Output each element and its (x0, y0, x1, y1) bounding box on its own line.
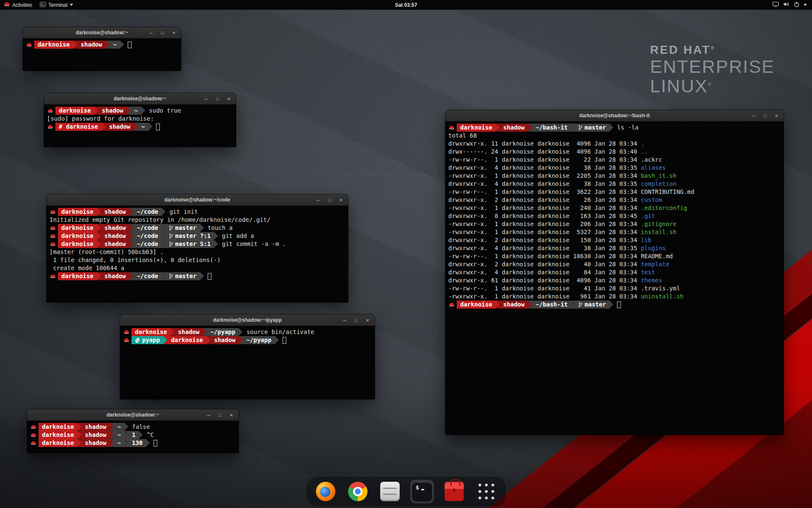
prompt-segment-user: darknoise (58, 272, 97, 280)
window-minimize-button[interactable]: – (315, 197, 321, 203)
prompt-segment-user: darknoise (38, 431, 77, 439)
window-titlebar[interactable]: darknoise@shadow:~/code–□× (47, 194, 348, 206)
window-controls: –□× (342, 315, 370, 326)
terminal-body[interactable]: darknoiseshadow~ falsedarknoiseshadow~1 … (27, 421, 239, 453)
powerline-arrow-icon (200, 272, 204, 280)
powerline-arrow-icon (146, 439, 150, 447)
terminal-line: total 68 (448, 132, 781, 140)
terminal-text: plugins (641, 244, 666, 252)
firefox-dock-icon[interactable] (314, 480, 337, 503)
activities-label: Activities (12, 2, 32, 8)
terminal-body[interactable]: darknoiseshadow~/code git initInitialize… (47, 206, 348, 302)
window-close-button[interactable]: × (774, 113, 779, 119)
terminal-window-home-2[interactable]: darknoise@shadow:~–□×darknoiseshadow~ fa… (27, 409, 239, 453)
files-icon (380, 482, 400, 501)
terminal-text: template (641, 260, 669, 268)
powerline-arrow-icon (239, 336, 243, 344)
window-titlebar[interactable]: darknoise@shadow:~–□× (44, 93, 236, 105)
powerline-separator-icon (162, 224, 166, 232)
prompt-segment-path: ~/code (133, 232, 162, 240)
terminal-body[interactable]: darknoiseshadow~ (23, 39, 181, 71)
terminal-text: drwxrwxr-x. 8 darknoise darknoise 163 Ja… (448, 212, 641, 220)
terminal-body[interactable]: darknoiseshadow~/bash-itmaster ls -latot… (445, 121, 784, 435)
powerline-arrow-icon (97, 272, 101, 280)
powerline-arrow-icon (97, 232, 101, 240)
terminal-line: darknoiseshadow~/codemaster ?:1 git add … (49, 232, 345, 240)
window-minimize-button[interactable]: – (751, 113, 757, 119)
powerline-separator-icon (162, 240, 166, 248)
terminal-line: Initialized empty Git repository in /hom… (49, 216, 345, 224)
window-close-button[interactable]: × (228, 412, 234, 418)
powerline-separator-icon (162, 232, 166, 240)
prompt-segment-user: darknoise (132, 328, 170, 336)
window-maximize-button[interactable]: □ (326, 198, 332, 202)
terminal-line: darknoiseshadow~/codemaster touch a (49, 224, 345, 232)
window-maximize-button[interactable]: □ (353, 318, 359, 323)
prompt-segment-path: ~/pyapp (207, 328, 239, 336)
window-close-button[interactable]: × (171, 30, 177, 36)
terminal-text: drwxrwxr-x. 2 darknoise darknoise 40 Jan… (448, 260, 641, 268)
powerline-arrow-icon (120, 41, 124, 49)
activities-button[interactable]: Activities (0, 0, 36, 10)
prompt-segment-user: darknoise (457, 301, 496, 309)
window-titlebar[interactable]: darknoise@shadow:~–□× (23, 27, 181, 39)
terminal-line: darknoiseshadow~/codemaster (49, 272, 345, 280)
window-close-button[interactable]: × (338, 197, 344, 203)
powerline-arrow-icon (528, 124, 532, 132)
window-minimize-button[interactable]: – (342, 318, 348, 323)
window-controls: –□× (751, 110, 779, 121)
window-titlebar[interactable]: darknoise@shadow:~–□× (27, 409, 239, 421)
powerline-separator-icon (124, 431, 129, 439)
window-maximize-button[interactable]: □ (217, 413, 223, 417)
powerline-arrow-icon (129, 224, 133, 232)
terminal-dock-icon[interactable]: $ (410, 480, 434, 503)
app-grid-dock-icon[interactable] (475, 480, 498, 503)
terminal-text: .editorconfig (641, 204, 687, 212)
window-maximize-button[interactable]: □ (762, 113, 768, 118)
terminal-window-bash-it[interactable]: darknoise@shadow:~/bash-it–□×darknoisesh… (445, 110, 784, 435)
window-titlebar[interactable]: darknoise@shadow:~/bash-it–□× (445, 110, 784, 121)
prompt-segment-code: 1 (129, 431, 139, 439)
toolbox-dock-icon[interactable] (442, 480, 466, 503)
terminal-text: git add a (218, 232, 254, 240)
window-close-button[interactable]: × (365, 318, 370, 323)
terminal-text: [sudo] password for darknoise: (47, 115, 157, 123)
prompt-segment-branch: master ?:1 (166, 232, 214, 240)
window-minimize-button[interactable]: – (148, 30, 154, 36)
prompt-segment-host: shadow (101, 240, 129, 248)
powerline-arrow-icon (609, 301, 614, 309)
terminal-body[interactable]: darknoiseshadow~ sudo true[sudo] passwor… (44, 105, 236, 147)
prompt-segment-path: ~/code (133, 208, 162, 216)
prompt-segment-path: ~ (110, 41, 120, 49)
window-close-button[interactable]: × (226, 96, 232, 102)
window-minimize-button[interactable]: – (203, 96, 209, 102)
redhat-prompt-icon (30, 439, 36, 447)
clock-button[interactable]: Sat 03:57 (391, 0, 422, 10)
powerline-arrow-icon (609, 124, 614, 132)
terminal-window-sudo[interactable]: darknoise@shadow:~–□×darknoiseshadow~ su… (44, 93, 236, 147)
powerline-arrow-icon (496, 301, 500, 309)
files-dock-icon[interactable] (378, 480, 402, 503)
terminal-window-pyapp[interactable]: darknoise@shadow:~/pyapp–□×darknoiseshad… (120, 315, 375, 399)
terminal-cursor (283, 337, 286, 344)
terminal-window-code[interactable]: darknoise@shadow:~/code–□×darknoiseshado… (47, 194, 348, 302)
prompt-segment-path: ~/bash-it (532, 301, 571, 309)
terminal-text: drwxrwxr-x. 2 darknoise darknoise 26 Jan… (448, 196, 641, 204)
window-maximize-button[interactable]: □ (159, 30, 165, 35)
terminal-app-label: Terminal (48, 2, 67, 8)
powerline-arrow-icon (110, 431, 114, 439)
window-titlebar[interactable]: darknoise@shadow:~/pyapp–□× (120, 315, 375, 326)
terminal-line: pyappdarknoiseshadow~/pyapp (123, 336, 372, 344)
chrome-dock-icon[interactable] (346, 480, 370, 503)
branch-icon (579, 302, 582, 307)
terminal-body[interactable]: darknoiseshadow~/pyapp source bin/activa… (120, 326, 375, 399)
redhat-prompt-icon (123, 336, 129, 344)
powerline-arrow-icon (73, 41, 77, 49)
terminal-text: touch a (204, 224, 233, 232)
terminal-app-menu[interactable]: Terminal (36, 0, 77, 10)
system-status-area[interactable] (767, 0, 812, 10)
window-minimize-button[interactable]: – (206, 412, 211, 418)
power-icon (793, 1, 800, 9)
terminal-window-home-1[interactable]: darknoise@shadow:~–□×darknoiseshadow~ (23, 27, 181, 71)
window-maximize-button[interactable]: □ (214, 97, 220, 101)
